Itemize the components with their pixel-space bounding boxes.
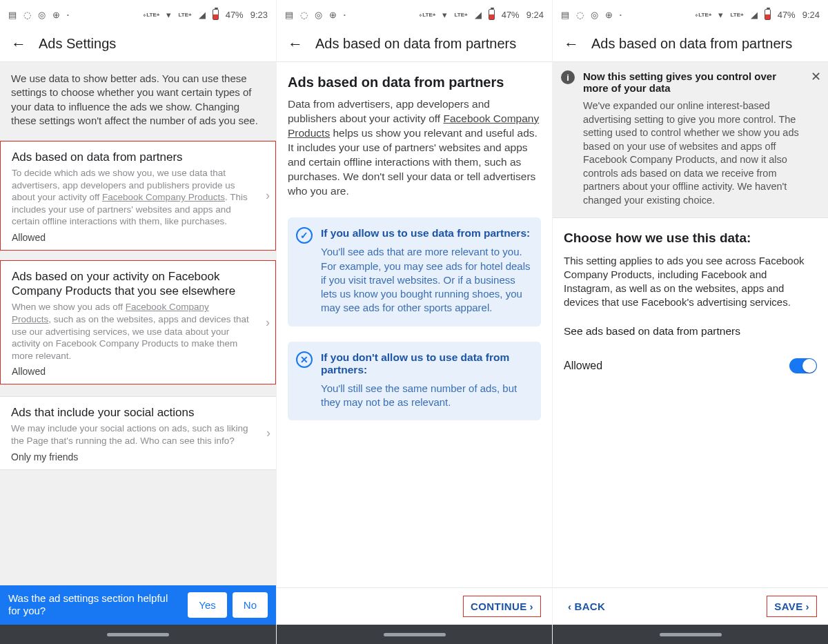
action-bar: ‹ BACK SAVE › [553, 587, 828, 625]
battery-icon [489, 9, 495, 20]
setting-partner-data[interactable]: Ads based on data from partners To decid… [0, 141, 276, 251]
more-notifications-icon: • [67, 12, 69, 18]
feedback-bar: Was the ad settings section helpful for … [0, 585, 276, 625]
panel-partner-data-choose: ▤ ◌ ◎ ⊕ • ⬨LTE+ ▾ LTE+ ◢ 47% 9:24 ← Ads … [552, 0, 828, 644]
feedback-no-button[interactable]: No [233, 592, 268, 618]
action-bar: CONTINUE › [277, 587, 552, 625]
x-circle-icon: ✕ [296, 351, 313, 368]
wifi-icon: ▾ [166, 10, 171, 20]
setting-desc: We may include your social actions on ad… [11, 422, 251, 447]
section-heading: Ads based on data from partners [288, 75, 541, 90]
allow-info-card: ✓ If you allow us to use data from partn… [288, 217, 541, 326]
wifi-icon: ▾ [718, 10, 723, 20]
setting-title: Ads based on your activity on Facebook C… [12, 269, 250, 299]
app-bar: ← Ads based on data from partners [553, 29, 828, 62]
instagram-icon: ◎ [38, 10, 46, 20]
android-nav-bar[interactable] [553, 625, 828, 644]
deny-info-card: ✕ If you don't allow us to use data from… [288, 342, 541, 421]
chevron-right-icon: › [530, 601, 533, 612]
app-bar: ← Ads based on data from partners [277, 29, 552, 62]
setting-title: Ads that include your social actions [11, 405, 251, 420]
card-body: You'll see ads that are more relevant to… [321, 245, 531, 315]
notice-body: We've expanded our online interest-based… [583, 99, 800, 208]
feedback-question: Was the ad settings section helpful for … [8, 592, 182, 618]
battery-icon [765, 9, 771, 20]
battery-pct: 47% [778, 10, 796, 20]
globe-icon: ⊕ [329, 10, 337, 20]
chevron-left-icon: ‹ [568, 601, 571, 612]
clock: 9:24 [802, 10, 820, 20]
app-bar: ← Ads Settings [0, 29, 276, 62]
battery-icon [213, 9, 219, 20]
signal-icon: ◢ [475, 10, 482, 20]
android-nav-bar[interactable] [277, 625, 552, 644]
setting-social-actions[interactable]: Ads that include your social actions We … [0, 397, 276, 469]
save-button[interactable]: SAVE › [767, 596, 817, 617]
status-bar: ▤ ◌ ◎ ⊕ • ⬨LTE+ ▾ LTE+ ◢ 47% 9:24 [277, 0, 552, 29]
battery-pct: 47% [226, 10, 244, 20]
card-title: If you don't allow us to use data from p… [321, 351, 531, 376]
instagram-icon: ◎ [591, 10, 598, 20]
lte-icon-2: LTE+ [730, 12, 743, 18]
notification-icon: ▤ [285, 10, 293, 20]
chevron-right-icon: › [266, 315, 270, 330]
more-notifications-icon: • [344, 12, 346, 18]
notice-title: Now this setting gives you control over … [583, 70, 800, 94]
lte-icon: ⬨LTE+ [143, 12, 159, 18]
back-icon[interactable]: ← [564, 37, 579, 52]
instagram-icon: ◎ [315, 10, 322, 20]
status-bar: ▤ ◌ ◎ ⊕ • ⬨LTE+ ▾ LTE+ ◢ 47% 9:23 [0, 0, 276, 29]
facebook-products-link[interactable]: Facebook Company Products [102, 192, 225, 202]
page-title: Ads based on data from partners [591, 36, 792, 52]
allowed-toggle-row: Allowed [553, 340, 828, 379]
android-nav-bar[interactable] [0, 625, 276, 644]
back-icon[interactable]: ← [288, 37, 303, 52]
choose-heading: Choose how we use this data: [564, 231, 817, 246]
back-button[interactable]: ‹ BACK [564, 595, 609, 618]
panel-ads-settings: ▤ ◌ ◎ ⊕ • ⬨LTE+ ▾ LTE+ ◢ 47% 9:23 ← Ads … [0, 0, 276, 644]
page-title: Ads Settings [39, 36, 116, 52]
status-bar: ▤ ◌ ◎ ⊕ • ⬨LTE+ ▾ LTE+ ◢ 47% 9:24 [553, 0, 828, 29]
lte-icon: ⬨LTE+ [419, 12, 435, 18]
chevron-right-icon: › [806, 601, 809, 612]
setting-desc: When we show you ads off Facebook Compan… [12, 301, 250, 362]
setting-status: Allowed [12, 366, 250, 377]
notification-icon: ▤ [8, 10, 17, 20]
chevron-right-icon: › [266, 426, 270, 440]
lte-icon-2: LTE+ [178, 12, 191, 18]
check-circle-icon: ✓ [296, 227, 313, 244]
close-icon[interactable]: ✕ [811, 69, 821, 84]
notification-icon: ▤ [561, 10, 569, 20]
setting-activity-elsewhere[interactable]: Ads based on your activity on Facebook C… [0, 260, 276, 384]
feedback-yes-button[interactable]: Yes [188, 592, 226, 618]
chevron-right-icon: › [266, 188, 270, 203]
see-ads-link[interactable]: See ads based on data from partners [564, 325, 817, 338]
clock: 9:23 [250, 10, 268, 20]
wifi-icon: ▾ [442, 10, 447, 20]
card-title: If you allow us to use data from partner… [321, 227, 531, 240]
battery-pct: 47% [502, 10, 520, 20]
more-notifications-icon: • [620, 12, 622, 18]
choose-paragraph: This setting applies to ads you see acro… [564, 254, 817, 310]
setting-desc: To decide which ads we show you, we use … [12, 167, 250, 228]
lte-icon-2: LTE+ [454, 12, 467, 18]
whatsapp-icon: ◌ [300, 10, 308, 20]
whatsapp-icon: ◌ [576, 10, 584, 20]
page-title: Ads based on data from partners [315, 36, 516, 52]
signal-icon: ◢ [199, 10, 206, 20]
setting-status: Allowed [12, 232, 250, 243]
section-paragraph: Data from advertisers, app developers an… [288, 97, 541, 198]
globe-icon: ⊕ [605, 10, 613, 20]
whatsapp-icon: ◌ [23, 10, 31, 20]
card-body: You'll still see the same number of ads,… [321, 382, 531, 410]
panel-partner-data-explain: ▤ ◌ ◎ ⊕ • ⬨LTE+ ▾ LTE+ ◢ 47% 9:24 ← Ads … [276, 0, 552, 644]
setting-status: Only my friends [11, 451, 251, 462]
back-icon[interactable]: ← [11, 37, 26, 52]
signal-icon: ◢ [751, 10, 758, 20]
globe-icon: ⊕ [52, 10, 60, 20]
notice-banner: i ✕ Now this setting gives you control o… [553, 62, 828, 218]
continue-button[interactable]: CONTINUE › [463, 596, 541, 617]
info-icon: i [561, 70, 575, 84]
lte-icon: ⬨LTE+ [695, 12, 711, 18]
allowed-toggle[interactable] [789, 358, 817, 373]
